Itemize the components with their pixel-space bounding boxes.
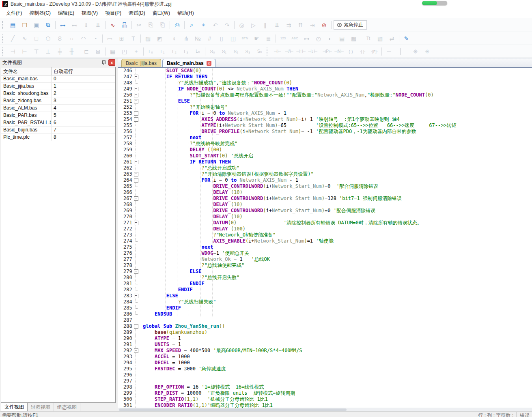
picture-tool-icon[interactable]: ▧ bbox=[374, 34, 386, 43]
code-line[interactable]: 293 ACCEL = 1000 bbox=[118, 354, 532, 360]
toolbar-gripper[interactable] bbox=[267, 47, 269, 56]
pill-element-icon[interactable]: ▯ bbox=[215, 34, 227, 43]
fold-toggle[interactable]: − bbox=[133, 171, 139, 177]
debug-pause-icon[interactable]: ∥ bbox=[259, 20, 271, 30]
multi-window-icon[interactable]: ◫ bbox=[227, 34, 239, 43]
code-line[interactable]: 298 REP_OPTION = 16 '1=旋转模式 16=线性模式 bbox=[118, 384, 532, 390]
code-line[interactable]: 257 next bbox=[118, 135, 532, 141]
fold-toggle[interactable]: − bbox=[133, 116, 139, 123]
save-all-icon[interactable]: ⧉ bbox=[42, 20, 54, 30]
editor-tab[interactable]: Basic_main.basx bbox=[162, 59, 216, 67]
fold-toggle[interactable]: − bbox=[133, 177, 139, 183]
list-element-icon[interactable]: ≣ bbox=[263, 34, 274, 43]
code-pane[interactable]: 246 SLOT_SCAN(0)247− IF RETURN THEN248 ?… bbox=[118, 68, 532, 411]
code-line[interactable]: 288−global Sub Zhou_YanShe_run() bbox=[118, 323, 532, 329]
draw-polygon-icon[interactable]: ⬡ bbox=[42, 34, 54, 43]
redo-icon[interactable]: ↷ bbox=[221, 20, 233, 30]
file-row[interactable]: Basic_zidong.bas3 bbox=[1, 97, 115, 105]
text-input-icon[interactable]: ABC bbox=[289, 34, 301, 43]
toolbar-gripper[interactable] bbox=[2, 21, 5, 29]
align-left-icon[interactable]: ⊣ bbox=[7, 47, 19, 56]
fold-toggle[interactable]: − bbox=[133, 348, 139, 354]
copy-icon[interactable]: ⎘ bbox=[145, 20, 157, 30]
fold-toggle[interactable]: − bbox=[133, 269, 139, 275]
code-line[interactable]: 279− ELSE bbox=[118, 269, 532, 275]
code-line[interactable]: 276 WDOG=1 '使能总开关 bbox=[118, 250, 532, 256]
draw-ellipse-icon[interactable]: ○ bbox=[66, 34, 78, 43]
numeric-input-icon[interactable]: 123 bbox=[277, 34, 289, 43]
code-line[interactable]: 278 ?"总线轴使能完成" bbox=[118, 262, 532, 269]
stop-debug-icon[interactable]: ⊘ bbox=[318, 20, 330, 30]
code-line[interactable]: 250− ?"扫描设备节点数量与程序配置数量不一致!""配置数量:"Networ… bbox=[118, 92, 532, 98]
code-line[interactable]: 284 ?"总线扫描失败" bbox=[118, 299, 532, 305]
code-line[interactable]: 283− ELSE bbox=[118, 293, 532, 299]
file-row[interactable]: Basic_PAR.bas5 bbox=[1, 112, 115, 119]
menu-item-p[interactable]: 项目(P) bbox=[101, 9, 125, 18]
snap-toggle-icon[interactable]: ◰ bbox=[118, 47, 130, 56]
code-line[interactable]: 256 DRIVE_PROFILE(i+Network_Start_Num)= … bbox=[118, 129, 532, 135]
function-block-icon[interactable]: -[F]- bbox=[368, 47, 380, 56]
editor-tab[interactable]: Basic_jijia.bas bbox=[121, 59, 161, 67]
contact-open-icon[interactable]: ⊣⊢ bbox=[271, 47, 283, 56]
code-line[interactable]: 292− MAX_SPEED = 400*500 '最高6000R/MIN=10… bbox=[118, 348, 532, 354]
code-line[interactable]: 267− DRIVE_CONTROLWORD(i+Network_Start_N… bbox=[118, 196, 532, 202]
swap-tool-icon[interactable]: ⇄ bbox=[386, 34, 398, 43]
code-line[interactable]: 299 REP_DIST = 10000 '正负极限 units 旋转模式=旋转… bbox=[118, 390, 532, 396]
palette-tool-icon[interactable]: ◐ bbox=[324, 34, 336, 43]
draw-curve-icon[interactable]: Ƨ bbox=[54, 34, 66, 43]
file-row[interactable]: Basic_main.bas0 bbox=[1, 75, 115, 83]
align-right-icon[interactable]: ⊢ bbox=[19, 47, 30, 56]
menu-item-e[interactable]: 编辑(E) bbox=[54, 9, 78, 18]
lamp-element-icon[interactable]: ♀ bbox=[168, 34, 180, 43]
vertical-line-icon[interactable]: │ bbox=[395, 47, 407, 56]
code-line[interactable]: 282 ENDIF bbox=[118, 287, 532, 293]
node-element-icon[interactable]: ⊶ bbox=[301, 34, 312, 43]
emergency-stop-button[interactable]: 紧急停止 bbox=[334, 20, 367, 30]
fold-toggle[interactable]: − bbox=[133, 196, 139, 202]
code-line[interactable]: 277 Network_Ok = 1 '总线OK bbox=[118, 256, 532, 262]
file-row[interactable]: Basic_ALM.bas4 bbox=[1, 105, 115, 112]
lock-element-icon[interactable]: ⊠ bbox=[92, 47, 104, 56]
file-row[interactable]: Basic_PAR_RSTALL.bas6 bbox=[1, 119, 115, 127]
align-bottom-icon[interactable]: ⊥ bbox=[42, 47, 54, 56]
draw-polyline-icon[interactable]: ∿ bbox=[19, 34, 30, 43]
cut-icon[interactable]: ✂ bbox=[133, 20, 145, 30]
file-row[interactable]: Basic_bujin.bas7 bbox=[1, 127, 115, 134]
draw-rect-icon[interactable]: □ bbox=[30, 34, 42, 43]
fold-toggle[interactable]: − bbox=[133, 92, 139, 98]
code-line[interactable]: 268 DELAY (10) bbox=[118, 202, 532, 208]
toolbar-gripper[interactable] bbox=[2, 34, 5, 43]
scrollbar-thumb[interactable] bbox=[119, 408, 347, 411]
file-row[interactable]: Basic_shoudong.bas2 bbox=[1, 90, 115, 97]
ladder-s1-icon[interactable]: S₁ bbox=[218, 47, 230, 56]
connect-controller-icon[interactable]: ⊶ bbox=[57, 20, 69, 30]
horizontal-scrollbar[interactable] bbox=[118, 408, 532, 411]
draw-pie-icon[interactable]: ◔ bbox=[89, 34, 101, 43]
paste-icon[interactable]: ⎗ bbox=[157, 20, 168, 30]
close-panel-icon[interactable]: x bbox=[108, 59, 115, 66]
menu-item-w[interactable]: 窗口(W) bbox=[149, 9, 174, 18]
fold-toggle[interactable]: − bbox=[133, 323, 139, 329]
delete-node-icon[interactable]: ✳ bbox=[409, 47, 421, 56]
code-line[interactable]: 296 bbox=[118, 372, 532, 378]
code-line[interactable]: 249− IF NODE_COUNT(0) <> Network_AXIS_Nu… bbox=[118, 86, 532, 92]
code-line[interactable]: 270 DELAY (10) bbox=[118, 214, 532, 220]
ladder-s2-icon[interactable]: S₂ bbox=[230, 47, 242, 56]
column-header-autorun[interactable]: 自动运行 bbox=[52, 67, 87, 75]
ladder-s3-icon[interactable]: S₃ bbox=[242, 47, 254, 56]
code-line[interactable]: 297 bbox=[118, 378, 532, 384]
tab-close-icon[interactable]: x bbox=[207, 61, 211, 66]
code-line[interactable]: 285 ENDIF bbox=[118, 305, 532, 311]
step-into-icon[interactable]: ⇊ bbox=[271, 20, 283, 30]
center-vertical-icon[interactable]: ╫ bbox=[66, 47, 78, 56]
touch-element-icon[interactable]: ☛ bbox=[251, 34, 263, 43]
disconnect-controller-icon[interactable]: ⊷ bbox=[69, 20, 80, 30]
center-horizontal-icon[interactable]: ╪ bbox=[54, 47, 66, 56]
code-line[interactable]: 269 DRIVE_CONTROLWORD(i+Network_Start_Nu… bbox=[118, 208, 532, 214]
code-line[interactable]: 251− ELSE bbox=[118, 98, 532, 104]
ladder-s0-icon[interactable]: S₀ bbox=[207, 47, 218, 56]
code-line[interactable]: 300 STEP_RATIO(1,1) '机械分子分母齿轮比 1比1 bbox=[118, 396, 532, 402]
ladder-l2-icon[interactable]: L₂ bbox=[168, 47, 180, 56]
free-draw-icon[interactable]: ✎ bbox=[401, 34, 412, 43]
code-line[interactable]: 246 SLOT_SCAN(0) bbox=[118, 68, 532, 74]
